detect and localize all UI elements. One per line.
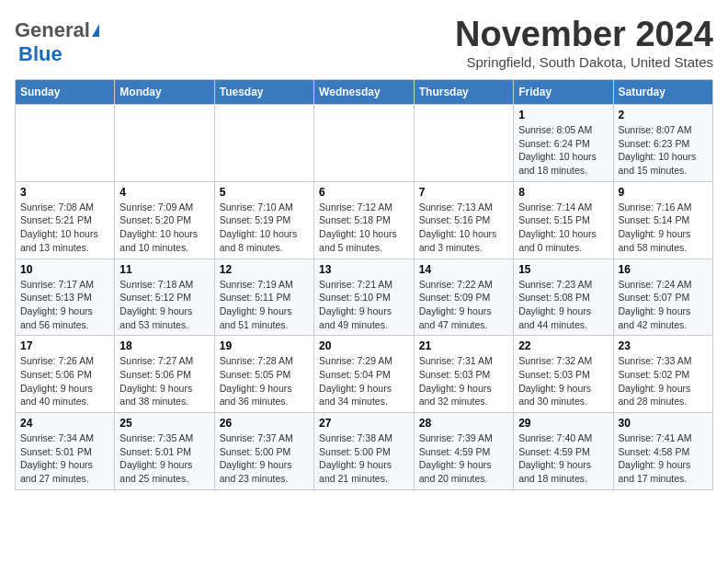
- week-row-1: 1Sunrise: 8:05 AM Sunset: 6:24 PM Daylig…: [16, 105, 713, 182]
- day-info: Sunrise: 7:41 AM Sunset: 4:58 PM Dayligh…: [619, 431, 709, 486]
- day-cell: 14Sunrise: 7:22 AM Sunset: 5:09 PM Dayli…: [414, 259, 513, 336]
- day-cell: 1Sunrise: 8:05 AM Sunset: 6:24 PM Daylig…: [514, 105, 613, 182]
- day-number: 6: [319, 186, 409, 199]
- day-cell: [115, 105, 214, 182]
- day-info: Sunrise: 7:32 AM Sunset: 5:03 PM Dayligh…: [518, 354, 608, 408]
- day-info: Sunrise: 7:18 AM Sunset: 5:12 PM Dayligh…: [119, 278, 209, 332]
- day-cell: 5Sunrise: 7:10 AM Sunset: 5:19 PM Daylig…: [214, 181, 313, 259]
- day-number: 28: [419, 417, 508, 430]
- day-number: 7: [419, 186, 508, 199]
- day-cell: [16, 105, 115, 182]
- day-cell: 17Sunrise: 7:26 AM Sunset: 5:06 PM Dayli…: [16, 336, 115, 413]
- day-cell: 29Sunrise: 7:40 AM Sunset: 4:59 PM Dayli…: [514, 413, 613, 490]
- day-cell: 11Sunrise: 7:18 AM Sunset: 5:12 PM Dayli…: [115, 259, 214, 336]
- day-cell: 13Sunrise: 7:21 AM Sunset: 5:10 PM Dayli…: [314, 259, 415, 336]
- column-header-sunday: Sunday: [16, 80, 115, 105]
- day-info: Sunrise: 7:17 AM Sunset: 5:13 PM Dayligh…: [20, 278, 109, 332]
- day-info: Sunrise: 7:33 AM Sunset: 5:02 PM Dayligh…: [619, 354, 709, 408]
- day-number: 12: [220, 263, 309, 276]
- day-cell: 10Sunrise: 7:17 AM Sunset: 5:13 PM Dayli…: [16, 259, 115, 336]
- logo-blue: Blue: [18, 42, 63, 65]
- week-row-5: 24Sunrise: 7:34 AM Sunset: 5:01 PM Dayli…: [16, 413, 713, 490]
- day-info: Sunrise: 7:13 AM Sunset: 5:16 PM Dayligh…: [419, 201, 508, 255]
- day-info: Sunrise: 7:16 AM Sunset: 5:14 PM Dayligh…: [619, 201, 709, 255]
- day-number: 1: [518, 109, 608, 121]
- subtitle: Springfield, South Dakota, United States: [455, 54, 713, 70]
- column-header-thursday: Thursday: [414, 80, 513, 105]
- calendar-header-row: SundayMondayTuesdayWednesdayThursdayFrid…: [16, 80, 713, 105]
- day-info: Sunrise: 7:22 AM Sunset: 5:09 PM Dayligh…: [419, 278, 508, 332]
- calendar-body: 1Sunrise: 8:05 AM Sunset: 6:24 PM Daylig…: [16, 105, 713, 490]
- day-number: 2: [619, 109, 709, 121]
- day-info: Sunrise: 7:24 AM Sunset: 5:07 PM Dayligh…: [619, 278, 709, 332]
- day-info: Sunrise: 7:27 AM Sunset: 5:06 PM Dayligh…: [119, 354, 209, 408]
- day-cell: 26Sunrise: 7:37 AM Sunset: 5:00 PM Dayli…: [214, 413, 313, 490]
- day-info: Sunrise: 7:21 AM Sunset: 5:10 PM Dayligh…: [319, 278, 409, 332]
- day-info: Sunrise: 7:34 AM Sunset: 5:01 PM Dayligh…: [20, 431, 109, 486]
- day-info: Sunrise: 7:23 AM Sunset: 5:08 PM Dayligh…: [518, 278, 608, 332]
- day-number: 16: [619, 263, 709, 276]
- day-cell: 16Sunrise: 7:24 AM Sunset: 5:07 PM Dayli…: [613, 259, 713, 336]
- month-title: November 2024: [455, 15, 713, 54]
- column-header-saturday: Saturday: [613, 80, 713, 105]
- logo-text: General: [15, 18, 99, 42]
- day-cell: 15Sunrise: 7:23 AM Sunset: 5:08 PM Dayli…: [514, 259, 613, 336]
- day-number: 3: [20, 186, 109, 199]
- day-info: Sunrise: 7:14 AM Sunset: 5:15 PM Dayligh…: [518, 201, 608, 255]
- day-number: 24: [20, 417, 109, 430]
- day-cell: 21Sunrise: 7:31 AM Sunset: 5:03 PM Dayli…: [414, 336, 513, 413]
- day-info: Sunrise: 7:37 AM Sunset: 5:00 PM Dayligh…: [220, 431, 309, 486]
- day-cell: 6Sunrise: 7:12 AM Sunset: 5:18 PM Daylig…: [314, 181, 415, 259]
- day-cell: 28Sunrise: 7:39 AM Sunset: 4:59 PM Dayli…: [414, 413, 513, 490]
- day-cell: 27Sunrise: 7:38 AM Sunset: 5:00 PM Dayli…: [314, 413, 415, 490]
- day-cell: 2Sunrise: 8:07 AM Sunset: 6:23 PM Daylig…: [613, 105, 713, 182]
- day-info: Sunrise: 7:29 AM Sunset: 5:04 PM Dayligh…: [319, 354, 409, 408]
- logo: General Blue: [15, 18, 99, 66]
- day-number: 14: [419, 263, 508, 276]
- day-info: Sunrise: 7:39 AM Sunset: 4:59 PM Dayligh…: [419, 431, 508, 486]
- day-cell: 9Sunrise: 7:16 AM Sunset: 5:14 PM Daylig…: [613, 181, 713, 259]
- day-info: Sunrise: 7:35 AM Sunset: 5:01 PM Dayligh…: [119, 431, 209, 486]
- day-cell: 3Sunrise: 7:08 AM Sunset: 5:21 PM Daylig…: [16, 181, 115, 259]
- header: General Blue November 2024 Springfield, …: [15, 15, 713, 70]
- day-number: 30: [619, 417, 709, 430]
- day-number: 22: [518, 339, 608, 352]
- day-number: 19: [220, 339, 309, 352]
- day-number: 26: [220, 417, 309, 430]
- logo-general: General: [15, 18, 90, 42]
- column-header-tuesday: Tuesday: [214, 80, 313, 105]
- day-info: Sunrise: 7:38 AM Sunset: 5:00 PM Dayligh…: [319, 431, 409, 486]
- week-row-2: 3Sunrise: 7:08 AM Sunset: 5:21 PM Daylig…: [16, 181, 713, 259]
- day-cell: 19Sunrise: 7:28 AM Sunset: 5:05 PM Dayli…: [214, 336, 313, 413]
- column-header-friday: Friday: [514, 80, 613, 105]
- day-number: 10: [20, 263, 109, 276]
- day-number: 18: [119, 339, 209, 352]
- day-number: 17: [20, 339, 109, 352]
- day-cell: 22Sunrise: 7:32 AM Sunset: 5:03 PM Dayli…: [514, 336, 613, 413]
- day-info: Sunrise: 7:31 AM Sunset: 5:03 PM Dayligh…: [419, 354, 508, 408]
- day-number: 15: [518, 263, 608, 276]
- day-number: 11: [119, 263, 209, 276]
- day-cell: 12Sunrise: 7:19 AM Sunset: 5:11 PM Dayli…: [214, 259, 313, 336]
- column-header-monday: Monday: [115, 80, 214, 105]
- day-info: Sunrise: 7:40 AM Sunset: 4:59 PM Dayligh…: [518, 431, 608, 486]
- title-area: November 2024 Springfield, South Dakota,…: [455, 15, 713, 70]
- day-cell: 20Sunrise: 7:29 AM Sunset: 5:04 PM Dayli…: [314, 336, 415, 413]
- day-info: Sunrise: 8:07 AM Sunset: 6:23 PM Dayligh…: [619, 123, 709, 178]
- day-cell: [414, 105, 513, 182]
- day-info: Sunrise: 7:09 AM Sunset: 5:20 PM Dayligh…: [119, 201, 209, 255]
- day-info: Sunrise: 7:26 AM Sunset: 5:06 PM Dayligh…: [20, 354, 109, 408]
- week-row-3: 10Sunrise: 7:17 AM Sunset: 5:13 PM Dayli…: [16, 259, 713, 336]
- day-number: 23: [619, 339, 709, 352]
- day-cell: 7Sunrise: 7:13 AM Sunset: 5:16 PM Daylig…: [414, 181, 513, 259]
- day-number: 25: [119, 417, 209, 430]
- day-number: 4: [119, 186, 209, 199]
- day-info: Sunrise: 7:28 AM Sunset: 5:05 PM Dayligh…: [220, 354, 309, 408]
- day-cell: 30Sunrise: 7:41 AM Sunset: 4:58 PM Dayli…: [613, 413, 713, 490]
- day-number: 5: [220, 186, 309, 199]
- day-info: Sunrise: 7:12 AM Sunset: 5:18 PM Dayligh…: [319, 201, 409, 255]
- day-number: 9: [619, 186, 709, 199]
- day-number: 29: [518, 417, 608, 430]
- day-cell: 4Sunrise: 7:09 AM Sunset: 5:20 PM Daylig…: [115, 181, 214, 259]
- day-cell: [214, 105, 313, 182]
